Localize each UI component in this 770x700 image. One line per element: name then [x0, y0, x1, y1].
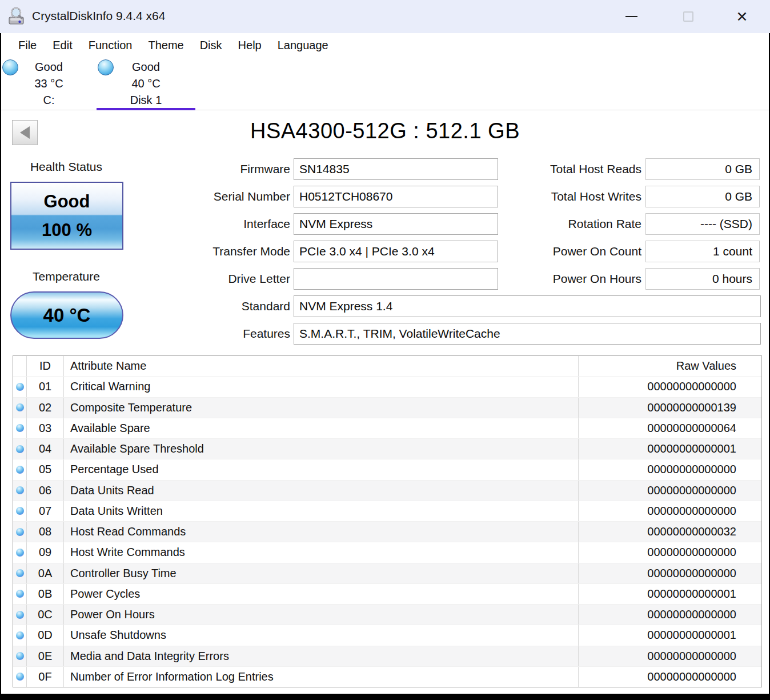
field-value-drive-letter: [294, 268, 498, 290]
attribute-name: Data Units Written: [64, 501, 579, 521]
attribute-raw-value: 00000000000001: [579, 439, 761, 459]
disk-tab-temp: 33 °C: [1, 75, 97, 92]
window-title: CrystalDiskInfo 9.4.4 x64: [32, 9, 165, 23]
crystaldiskinfo-window: CrystalDiskInfo 9.4.4 x64 ✕ FileEditFunc…: [0, 0, 770, 700]
smart-attribute-row[interactable]: 0DUnsafe Shutdowns00000000000001: [13, 625, 761, 646]
field-value-total-host-reads: 0 GB: [645, 158, 760, 180]
menu-item-edit[interactable]: Edit: [45, 33, 80, 57]
raw-values-column-header: Raw Values: [579, 356, 761, 376]
menu-item-function[interactable]: Function: [81, 33, 141, 57]
good-status-dot-icon: [16, 424, 24, 432]
attribute-id: 05: [27, 459, 64, 479]
attribute-id: 03: [27, 418, 64, 438]
window-border-bottom: [0, 694, 770, 700]
disk-strip: Good33 °CC:Good40 °CDisk 1: [1, 57, 769, 110]
status-dot-cell: [13, 584, 27, 604]
attribute-raw-value: 00000000000000: [579, 667, 761, 687]
good-status-dot-icon: [16, 403, 24, 411]
field-label-firmware: Firmware: [171, 158, 290, 180]
attribute-raw-value: 00000000000000: [579, 481, 761, 501]
attribute-name: Media and Data Integrity Errors: [64, 646, 579, 666]
app-icon: [7, 7, 27, 26]
maximize-icon: [683, 11, 693, 22]
attribute-name: Number of Error Information Log Entries: [64, 667, 579, 687]
menu-item-file[interactable]: File: [10, 33, 45, 57]
attribute-raw-value: 00000000000000: [579, 542, 761, 562]
field-value-standard: NVM Express 1.4: [294, 295, 761, 317]
good-status-dot-icon: [16, 631, 24, 639]
smart-attribute-row[interactable]: 0CPower On Hours00000000000000: [13, 605, 761, 625]
status-dot-cell: [13, 646, 27, 666]
smart-attribute-row[interactable]: 07Data Units Written00000000000000: [13, 501, 761, 522]
disk-tab-disk-1[interactable]: Good40 °CDisk 1: [97, 57, 195, 110]
status-dot-cell: [13, 439, 27, 459]
menu-item-disk[interactable]: Disk: [192, 33, 230, 57]
menubar: FileEditFunctionThemeDiskHelpLanguage: [1, 33, 769, 57]
status-dot-cell: [13, 459, 27, 479]
good-status-dot-icon: [16, 445, 24, 453]
smart-attribute-row[interactable]: 04Available Spare Threshold0000000000000…: [13, 439, 761, 459]
health-status-button[interactable]: Good 100 %: [10, 182, 123, 250]
field-label-serial-number: Serial Number: [171, 186, 290, 207]
attribute-id: 01: [27, 377, 64, 397]
field-label-power-on-count: Power On Count: [508, 241, 641, 262]
smart-attribute-row[interactable]: 06Data Units Read00000000000000: [13, 481, 761, 501]
good-status-dot-icon: [16, 528, 24, 536]
attribute-id: 02: [27, 398, 64, 418]
field-label-interface: Interface: [171, 213, 290, 235]
field-value-power-on-hours: 0 hours: [645, 268, 760, 290]
status-dot-cell: [13, 377, 27, 397]
attribute-name-column-header: Attribute Name: [64, 356, 579, 376]
status-dot-cell: [13, 398, 27, 418]
attribute-name: Data Units Read: [64, 481, 579, 501]
field-value-power-on-count: 1 count: [645, 241, 760, 262]
health-percent-value: 100 %: [42, 216, 92, 245]
main-panel: HSA4300-512G : 512.1 GB Health Status Go…: [0, 111, 770, 694]
field-label-drive-letter: Drive Letter: [171, 268, 290, 290]
attribute-name: Critical Warning: [64, 377, 579, 397]
good-status-dot-icon: [16, 590, 24, 598]
health-status-label: Health Status: [0, 160, 133, 174]
field-value-total-host-writes: 0 GB: [645, 186, 760, 207]
status-dot-cell: [13, 667, 27, 687]
field-value-transfer-mode: PCIe 3.0 x4 | PCIe 3.0 x4: [294, 241, 498, 262]
smart-attribute-row[interactable]: 0EMedia and Data Integrity Errors0000000…: [13, 646, 761, 667]
smart-attribute-row[interactable]: 0FNumber of Error Information Log Entrie…: [13, 667, 761, 687]
smart-attribute-row[interactable]: 0AController Busy Time00000000000000: [13, 563, 761, 584]
status-column-header: [13, 356, 27, 376]
menu-item-theme[interactable]: Theme: [140, 33, 191, 57]
menu-item-help[interactable]: Help: [230, 33, 270, 57]
temperature-label: Temperature: [0, 270, 133, 283]
attribute-name: Controller Busy Time: [64, 563, 579, 583]
temperature-button[interactable]: 40 °C: [10, 291, 123, 339]
close-button[interactable]: ✕: [729, 0, 755, 33]
menu-item-language[interactable]: Language: [270, 33, 336, 57]
smart-attribute-row[interactable]: 0BPower Cycles00000000000001: [13, 584, 761, 605]
attribute-raw-value: 00000000000000: [579, 459, 761, 479]
titlebar: CrystalDiskInfo 9.4.4 x64 ✕: [0, 0, 770, 33]
field-label-transfer-mode: Transfer Mode: [171, 241, 290, 262]
smart-attribute-row[interactable]: 01Critical Warning00000000000000: [13, 377, 761, 397]
field-label-features: Features: [171, 323, 290, 345]
disk-tab-c[interactable]: Good33 °CC:: [1, 57, 97, 110]
attribute-id: 0D: [27, 625, 64, 645]
field-label-standard: Standard: [171, 295, 290, 317]
attribute-raw-value: 00000000000000: [579, 377, 761, 397]
id-column-header: ID: [27, 356, 64, 376]
smart-attribute-row[interactable]: 09Host Write Commands00000000000000: [13, 542, 761, 563]
attribute-name: Power Cycles: [64, 584, 579, 604]
minimize-button[interactable]: [618, 0, 644, 33]
temperature-value: 40 °C: [43, 305, 91, 326]
smart-attribute-row[interactable]: 08Host Read Commands00000000000032: [13, 522, 761, 542]
smart-attribute-row[interactable]: 05Percentage Used00000000000000: [13, 459, 761, 480]
attribute-id: 06: [27, 481, 64, 501]
good-status-dot-icon: [16, 569, 24, 577]
smart-attribute-row[interactable]: 03Available Spare00000000000064: [13, 418, 761, 439]
attribute-raw-value: 00000000000000: [579, 646, 761, 666]
attribute-name: Percentage Used: [64, 459, 579, 479]
attribute-raw-value: 00000000000139: [579, 398, 761, 418]
maximize-button[interactable]: [675, 0, 701, 33]
good-status-dot-icon: [16, 383, 24, 391]
smart-attribute-row[interactable]: 02Composite Temperature00000000000139: [13, 398, 761, 418]
smart-table-header: ID Attribute Name Raw Values: [13, 356, 761, 377]
